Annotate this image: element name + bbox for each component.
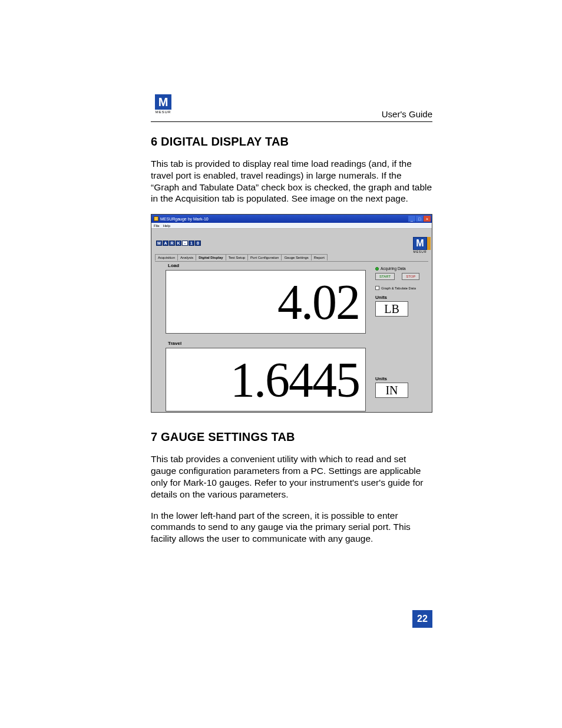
side-panel-top: Acquiring Data START STOP Graph & Tabula… [374,263,428,317]
menu-file[interactable]: File [154,224,160,228]
load-display: 4.02 [166,270,366,334]
section-6-paragraph: This tab is provided to display real tim… [151,158,432,205]
app-screenshot: MESURgauge by Mark-10 _ □ × File Help M … [151,214,432,413]
mesur-mini-sub: MESUR [413,250,427,253]
document-page: M MESUR User's Guide 6 DIGITAL DISPLAY T… [0,0,562,728]
maximize-button[interactable]: □ [416,216,423,222]
app-body: M A R K - 1 0 M MESUR Acquisition Analys… [151,229,432,412]
mark-10-brand: M A R K - 1 0 [156,241,201,246]
header-title: User's Guide [382,109,432,119]
start-button[interactable]: START [375,273,395,280]
tab-underline [155,261,428,262]
units-label-load: Units [375,295,428,300]
window-titlebar: MESURgauge by Mark-10 _ □ × [151,215,432,223]
tab-analysis[interactable]: Analysis [177,254,196,261]
close-button[interactable]: × [424,216,431,222]
tab-gauge-settings[interactable]: Gauge Settings [281,254,311,261]
tab-acquisition[interactable]: Acquisition [155,254,178,261]
logo-square: M [155,94,171,110]
app-icon [154,216,158,221]
units-travel-display: IN [375,383,408,398]
tab-test-setup[interactable]: Test Setup [226,254,248,261]
graph-tabulate-label: Graph & Tabulate Data [381,286,416,290]
units-label-travel: Units [375,376,428,381]
tab-digital-display[interactable]: Digital Display [196,254,226,261]
graph-tabulate-row[interactable]: Graph & Tabulate Data [375,286,428,290]
tab-port-configuration[interactable]: Port Configuration [247,254,282,261]
acquiring-indicator: Acquiring Data [375,266,428,271]
section-7-paragraph-2: In the lower left-hand part of the scree… [151,510,432,545]
window-title: MESURgauge by Mark-10 [160,217,209,221]
graph-tabulate-checkbox[interactable] [375,286,379,290]
acquiring-led-icon [375,267,379,271]
mesur-mini-square: M [413,237,427,250]
section-7-heading: 7 GAUGE SETTINGS TAB [151,430,432,444]
mesur-logo: M MESUR [151,94,176,119]
tab-report[interactable]: Report [311,254,328,261]
window-controls: _ □ × [408,216,431,222]
units-load-display: LB [375,301,408,317]
gauge-badge-icon [427,237,431,250]
acquiring-label: Acquiring Data [381,266,406,271]
tab-strip: Acquisition Analysis Digital Display Tes… [155,254,327,261]
page-number: 22 [412,610,432,628]
mesur-mini-logo: M MESUR [413,237,427,253]
section-7-paragraph-1: This tab provides a convenient utility w… [151,453,432,500]
menu-help[interactable]: Help [163,224,170,228]
menu-bar: File Help [151,223,432,229]
minimize-button[interactable]: _ [408,216,415,222]
travel-label: Travel [168,341,181,346]
stop-button[interactable]: STOP [402,273,419,280]
travel-display: 1.6445 [166,348,366,411]
section-6-heading: 6 DIGITAL DISPLAY TAB [151,135,432,149]
load-label: Load [168,263,179,268]
logo-subtext: MESUR [156,110,171,114]
page-header: M MESUR User's Guide [151,94,432,122]
side-panel-bottom: Units IN [374,376,428,398]
